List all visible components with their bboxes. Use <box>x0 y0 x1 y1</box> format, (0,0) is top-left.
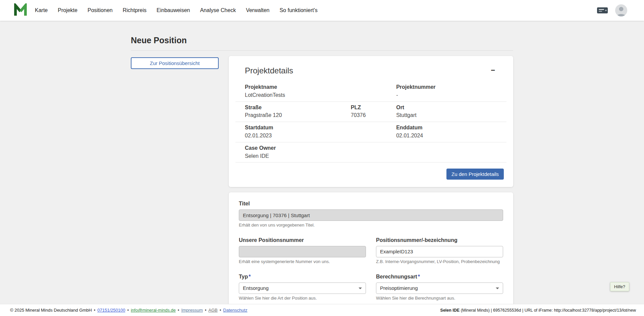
footer-separator: • <box>220 308 221 313</box>
typ-field-group: Typ* Entsorgung Wählen Sie hier die Art … <box>239 273 366 301</box>
projektname-value: LotCreationTests <box>245 92 396 99</box>
positionsnummer-field-group: Positionsnummer/-bezeichnung Z.B. Intern… <box>376 237 503 265</box>
unsere-positionsnummer-input <box>239 246 366 257</box>
unsere-positionsnummer-helper-text: Erhält eine systemgenerierte Nummer von … <box>239 259 366 265</box>
footer-impressum-link[interactable]: Impressum <box>181 308 203 313</box>
startdatum-value: 02.01.2023 <box>245 132 396 139</box>
footer-datenschutz-link[interactable]: Datenschutz <box>223 308 247 313</box>
footer-left: © 2025 Mineral Minds Deutschland GmbH • … <box>10 308 248 313</box>
strasse-value: Pragstraße 120 <box>245 112 351 119</box>
copyright-text: © 2025 Mineral Minds Deutschland GmbH <box>10 308 92 313</box>
typ-select[interactable]: Entsorgung <box>239 282 366 294</box>
typ-label: Typ* <box>239 273 366 280</box>
project-details-title: Projektdetails <box>245 66 293 75</box>
footer-separator: • <box>205 308 207 313</box>
titel-field-group: Titel Erhält den von uns vorgegebenen Ti… <box>239 200 503 228</box>
project-details-card: Projektdetails − Projektname LotCreation… <box>229 56 513 187</box>
positionsnummer-input[interactable] <box>376 246 503 257</box>
projektnummer-value: - <box>396 92 497 99</box>
unsere-positionsnummer-field-group: Unsere Positionsnummer Erhält eine syste… <box>239 237 366 265</box>
back-to-position-overview-button[interactable]: Zur Positionsübersicht <box>131 57 219 69</box>
positionsnummer-label: Positionsnummer/-bezeichnung <box>376 237 503 244</box>
titel-helper-text: Erhält den von uns vorgegebenen Titel. <box>239 223 503 228</box>
go-to-project-details-button[interactable]: Zu den Projektdetails <box>446 169 504 180</box>
footer-agb-link[interactable]: AGB <box>208 308 217 313</box>
navbar-right <box>596 4 627 16</box>
page-title: Neue Position <box>131 36 513 45</box>
plz-label: PLZ <box>351 104 396 111</box>
nav-item-karte[interactable]: Karte <box>35 7 48 13</box>
case-owner-value: Selen IDE <box>245 153 497 160</box>
plz-value: 70376 <box>351 112 396 119</box>
enddatum-label: Enddatum <box>396 124 497 131</box>
berechnungsart-helper-text: Wählen Sie hier die Berechnungsart aus. <box>376 296 503 301</box>
position-form-card: Titel Erhält den von uns vorgegebenen Ti… <box>229 192 513 304</box>
table-row: Startdatum 02.01.2023 Enddatum 02.01.202… <box>235 122 506 142</box>
navbar: Karte Projekte Positionen Richtpreis Ein… <box>0 0 644 21</box>
typ-helper-text: Wählen Sie hier die Art der Position aus… <box>239 296 366 301</box>
table-row: Case Owner Selen IDE <box>235 142 506 163</box>
help-button[interactable]: Hilfe? <box>610 282 629 291</box>
unsere-positionsnummer-label: Unsere Positionsnummer <box>239 237 366 244</box>
table-row: Straße Pragstraße 120 PLZ 70376 Ort Stut… <box>235 102 506 122</box>
berechnungsart-label: Berechnungsart* <box>376 273 503 280</box>
ort-value: Stuttgart <box>396 112 497 119</box>
mineral-minds-logo-icon[interactable] <box>13 3 28 17</box>
main-navigation: Karte Projekte Positionen Richtpreis Ein… <box>35 7 318 13</box>
nav-item-richtpreis[interactable]: Richtpreis <box>123 7 147 13</box>
startdatum-label: Startdatum <box>245 124 396 131</box>
title-divider <box>131 50 513 51</box>
berechnungsart-select-value: Preisoptimierung <box>380 285 418 291</box>
berechnungsart-select[interactable]: Preisoptimierung <box>376 282 503 294</box>
projektnummer-label: Projektnummer <box>396 84 497 91</box>
footer-separator: • <box>178 308 179 313</box>
strasse-label: Straße <box>245 104 351 111</box>
required-asterisk: * <box>249 274 251 279</box>
nav-item-verwalten[interactable]: Verwalten <box>246 7 269 13</box>
projektname-label: Projektname <box>245 84 396 91</box>
ort-label: Ort <box>396 104 497 111</box>
nav-item-analyse-check[interactable]: Analyse Check <box>200 7 236 13</box>
footer-session-details: (Mineral Minds) | 69576255536d | URL of … <box>460 308 636 313</box>
positionsnummer-helper-text: Z.B. Interne-Vorgangsnummer, LV-Position… <box>376 259 503 265</box>
nav-item-einbauweisen[interactable]: Einbauweisen <box>157 7 190 13</box>
berechnungsart-field-group: Berechnungsart* Preisoptimierung Wählen … <box>376 273 503 301</box>
main-content: Neue Position Zur Positionsübersicht Pro… <box>0 21 644 304</box>
user-avatar-icon[interactable] <box>615 4 627 16</box>
project-details-rows: Projektname LotCreationTests Projektnumm… <box>235 81 506 163</box>
nav-item-so-funktionierts[interactable]: So funktioniert's <box>279 7 317 13</box>
required-asterisk: * <box>418 274 420 279</box>
footer-separator: • <box>127 308 129 313</box>
footer: © 2025 Mineral Minds Deutschland GmbH • … <box>0 304 644 316</box>
nav-item-projekte[interactable]: Projekte <box>58 7 77 13</box>
footer-separator: • <box>94 308 96 313</box>
server-icon[interactable] <box>596 6 608 15</box>
typ-select-value: Entsorgung <box>243 285 269 291</box>
nav-item-positionen[interactable]: Positionen <box>88 7 113 13</box>
titel-input <box>239 209 503 221</box>
case-owner-label: Case Owner <box>245 145 497 152</box>
footer-email-link[interactable]: info@mineral-minds.de <box>131 308 176 313</box>
enddatum-value: 02.01.2024 <box>396 132 497 139</box>
collapse-icon[interactable]: − <box>489 66 497 75</box>
footer-session-info: Selen IDE (Mineral Minds) | 69576255536d… <box>440 308 636 313</box>
table-row: Projektname LotCreationTests Projektnumm… <box>235 81 506 102</box>
footer-phone-link[interactable]: 07151/250100 <box>97 308 125 313</box>
titel-label: Titel <box>239 200 503 207</box>
footer-user-name: Selen IDE <box>440 308 460 313</box>
